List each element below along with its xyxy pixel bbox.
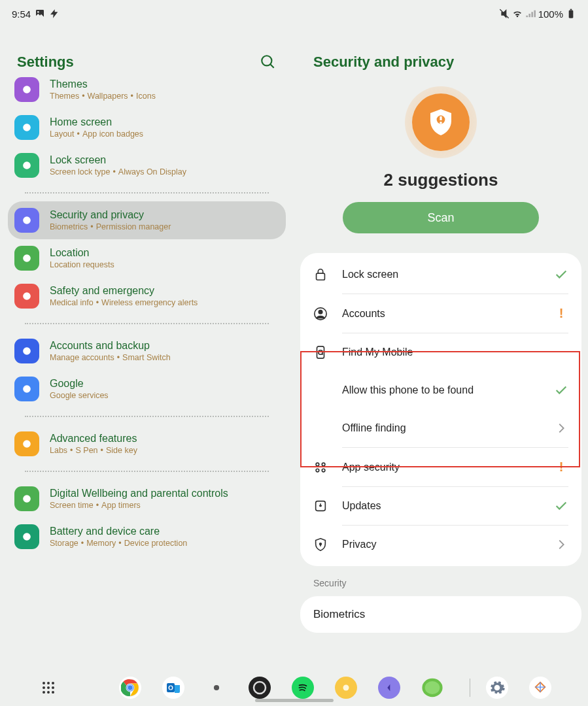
scan-button[interactable]: Scan <box>343 202 539 233</box>
app-diamond[interactable] <box>529 677 551 699</box>
settings-item-icon <box>14 153 39 178</box>
app-chrome[interactable] <box>119 677 141 699</box>
security-title: Security and privacy <box>294 34 588 82</box>
divider <box>25 471 269 472</box>
settings-item-icon <box>14 246 39 271</box>
settings-item-title: Google <box>50 378 109 390</box>
app-outlook[interactable] <box>162 677 184 699</box>
app-circle-outline[interactable] <box>249 677 271 699</box>
update-icon <box>313 499 328 513</box>
security-section-label: Security <box>294 566 588 592</box>
settings-item-icon <box>14 486 39 511</box>
settings-item-icon <box>14 431 39 456</box>
svg-point-40 <box>47 691 50 694</box>
svg-point-4 <box>262 56 271 65</box>
svg-point-6 <box>23 86 31 93</box>
svg-line-25 <box>322 354 322 354</box>
settings-item-icon <box>14 284 39 309</box>
row-privacy[interactable]: Privacy <box>300 526 581 563</box>
settings-item-subtitle: Google services <box>50 391 109 400</box>
svg-point-46 <box>128 685 132 690</box>
app-dot[interactable] <box>205 677 228 699</box>
settings-item-subtitle: Screen time•App timers <box>50 501 228 510</box>
row-updates[interactable]: Updates <box>300 487 581 525</box>
svg-point-51 <box>254 682 266 694</box>
svg-point-50 <box>214 685 219 690</box>
row-find-my-mobile[interactable]: Find My Mobile <box>300 333 581 371</box>
search-icon[interactable] <box>260 54 277 71</box>
settings-item-subtitle: Labs•S Pen•Side key <box>50 446 137 455</box>
settings-item-home-screen[interactable]: Home screenLayout•App icon badges <box>8 109 286 146</box>
check-icon <box>554 383 568 397</box>
settings-item-advanced-features[interactable]: Advanced featuresLabs•S Pen•Side key <box>8 425 286 463</box>
mute-icon <box>499 8 510 19</box>
settings-item-icon <box>14 208 39 233</box>
svg-point-24 <box>319 350 322 354</box>
svg-point-13 <box>23 385 31 393</box>
settings-item-title: Location <box>50 247 114 259</box>
check-icon <box>554 499 568 513</box>
battery-icon <box>566 8 576 19</box>
svg-point-22 <box>319 310 322 314</box>
biometrics-card[interactable]: Biometrics <box>300 596 581 633</box>
settings-item-safety-and-emergency[interactable]: Safety and emergencyMedical info•Wireles… <box>8 277 286 315</box>
settings-item-accounts-and-backup[interactable]: Accounts and backupManage accounts•Smart… <box>8 332 286 370</box>
svg-point-26 <box>316 463 319 466</box>
settings-item-subtitle: Medical info•Wireless emergency alerts <box>50 298 198 307</box>
image-icon <box>35 8 45 19</box>
row-app-security[interactable]: App security ! <box>300 448 581 486</box>
svg-point-15 <box>23 495 31 503</box>
chevron-right-icon <box>554 421 568 435</box>
divider <box>25 416 269 417</box>
security-pane: Security and privacy 2 suggestions Scan … <box>294 27 588 669</box>
row-offline-finding[interactable]: Offline finding <box>300 409 581 447</box>
settings-item-title: Themes <box>50 78 156 90</box>
nav-pill[interactable] <box>255 699 334 702</box>
svg-point-9 <box>23 216 31 224</box>
svg-point-54 <box>425 681 440 694</box>
warning-icon: ! <box>554 306 568 321</box>
svg-point-10 <box>23 254 31 262</box>
row-allow-found[interactable]: Allow this phone to be found <box>300 371 581 409</box>
svg-point-35 <box>52 682 54 684</box>
apps-icon <box>313 460 328 475</box>
app-yellow[interactable] <box>335 677 357 699</box>
bolt-icon <box>49 8 60 19</box>
apps-drawer-icon[interactable] <box>41 680 56 696</box>
svg-point-49 <box>169 686 172 690</box>
svg-point-52 <box>343 685 349 691</box>
svg-point-11 <box>23 292 31 300</box>
svg-point-39 <box>43 691 45 694</box>
app-settings[interactable] <box>486 677 508 699</box>
settings-item-title: Lock screen <box>50 154 186 166</box>
settings-item-title: Safety and emergency <box>50 285 198 297</box>
settings-item-google[interactable]: GoogleGoogle services <box>8 370 286 408</box>
lock-icon <box>313 267 328 282</box>
app-green-blob[interactable] <box>421 677 443 699</box>
row-accounts[interactable]: Accounts ! <box>300 294 581 333</box>
taskbar-divider <box>470 679 470 697</box>
svg-point-7 <box>23 124 31 131</box>
app-spotify[interactable] <box>292 677 314 699</box>
find-mobile-icon <box>313 345 328 360</box>
svg-point-34 <box>47 682 50 684</box>
row-lock-screen[interactable]: Lock screen <box>300 256 581 294</box>
privacy-shield-icon <box>313 537 328 552</box>
svg-point-14 <box>23 440 31 448</box>
app-purple[interactable] <box>378 677 400 699</box>
settings-item-icon <box>14 115 39 140</box>
settings-item-themes[interactable]: ThemesThemes•Wallpapers•Icons <box>8 71 286 109</box>
settings-item-title: Home screen <box>50 116 143 128</box>
settings-item-security-and-privacy[interactable]: Security and privacyBiometrics•Permissio… <box>8 201 286 239</box>
security-status-badge <box>405 86 477 158</box>
svg-point-12 <box>23 347 31 355</box>
settings-item-location[interactable]: LocationLocation requests <box>8 239 286 277</box>
settings-item-lock-screen[interactable]: Lock screenScreen lock type•Always On Di… <box>8 146 286 184</box>
svg-line-5 <box>270 64 273 67</box>
settings-item-battery-and-device-care[interactable]: Battery and device careStorage•Memory•De… <box>8 518 286 556</box>
settings-item-digital-wellbeing-and-parental-controls[interactable]: Digital Wellbeing and parental controlsS… <box>8 480 286 518</box>
settings-item-title: Battery and device care <box>50 526 187 537</box>
settings-item-subtitle: Location requests <box>50 260 114 269</box>
svg-point-41 <box>52 691 54 694</box>
settings-item-icon <box>14 339 39 363</box>
